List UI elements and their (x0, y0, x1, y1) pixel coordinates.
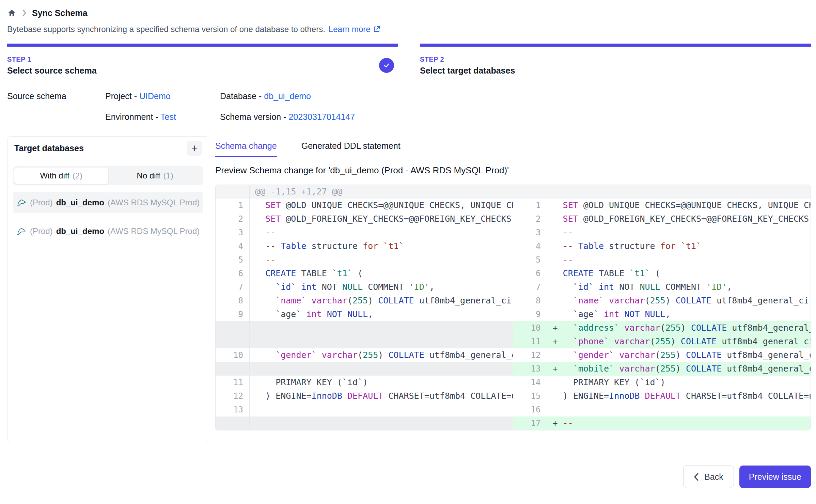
line-number: 8 (513, 294, 547, 308)
source-field-name: Schema version - (220, 112, 288, 122)
context-line-marker (255, 214, 265, 224)
line-number: 11 (216, 376, 250, 389)
source-schema-fields: Project - UIDemoDatabase - db_ui_demoEnv… (105, 91, 355, 122)
step-2: STEP 2 Select target databases (420, 44, 811, 76)
context-line-marker (255, 255, 265, 265)
line-number (216, 416, 250, 430)
line-number (513, 185, 547, 199)
tab-generated-ddl[interactable]: Generated DDL statement (301, 141, 401, 157)
learn-more-label: Learn more (329, 25, 371, 34)
diff-row: 5 -- (216, 253, 513, 267)
schema-diff-viewer: @@ -1,15 +1,27 @@1 SET @OLD_UNIQUE_CHECK… (215, 185, 811, 430)
diff-pane-left: @@ -1,15 +1,27 @@1 SET @OLD_UNIQUE_CHECK… (216, 185, 513, 430)
diff-row (216, 335, 513, 348)
db-environment: (Prod) (30, 226, 53, 236)
filter-tab-with-diff[interactable]: With diff(2) (14, 168, 108, 184)
source-field-schema-version-link[interactable]: 20230317014147 (288, 112, 355, 122)
line-number: 16 (513, 403, 547, 416)
diff-row: 13+ `mobile` varchar(255) COLLATE utf8mb… (513, 362, 811, 376)
context-line-marker (553, 241, 563, 251)
tab-schema-change[interactable]: Schema change (215, 141, 277, 157)
step-1-progress-bar (7, 44, 398, 47)
line-code: -- (250, 226, 513, 239)
context-line-marker (255, 227, 265, 237)
db-environment: (Prod) (30, 198, 53, 207)
preview-issue-label: Preview issue (749, 472, 801, 482)
line-number: 10 (513, 321, 547, 335)
step-2-label: STEP 2 (420, 56, 811, 63)
added-line-marker: + (553, 418, 563, 428)
context-line-marker (255, 296, 265, 305)
added-line-marker: + (553, 364, 563, 374)
line-code: -- (547, 253, 811, 267)
line-code: ) ENGINE=InnoDB DEFAULT CHARSET=utf8mb4 … (547, 389, 811, 403)
diff-row: 9 `age` int NOT NULL, (216, 308, 513, 321)
diff-row: 3 -- (513, 226, 811, 239)
diff-row: 16 (513, 403, 811, 416)
chevron-left-icon (694, 473, 699, 481)
target-database-item[interactable]: (Prod)db_ui_demo(AWS RDS MySQL Prod) (13, 221, 203, 242)
line-number: 3 (216, 226, 250, 239)
home-icon[interactable] (7, 9, 16, 18)
line-code: ) ENGINE=InnoDB DEFAULT CHARSET=utf8mb4 … (250, 389, 513, 403)
diff-row: @@ -1,15 +1,27 @@ (216, 185, 513, 199)
context-line-marker (255, 309, 265, 319)
add-target-database-button[interactable]: + (187, 141, 202, 156)
added-line-marker: + (553, 323, 563, 333)
db-name: db_ui_demo (56, 198, 104, 207)
line-code: -- (547, 226, 811, 239)
diff-row: 5 -- (513, 253, 811, 267)
line-code: `age` int NOT NULL, (250, 308, 513, 321)
context-line-marker (255, 282, 265, 292)
filter-tab-no-diff[interactable]: No diff(1) (108, 168, 202, 184)
source-field-environment-link[interactable]: Test (160, 112, 176, 122)
line-code: -- Table structure for `t1` (547, 239, 811, 253)
line-number (216, 362, 250, 376)
line-number: 5 (513, 253, 547, 267)
line-code: @@ -1,15 +1,27 @@ (250, 185, 513, 199)
diff-row: 14 PRIMARY KEY (`id`) (513, 376, 811, 389)
back-button[interactable]: Back (683, 466, 734, 488)
line-code: PRIMARY KEY (`id`) (250, 376, 513, 389)
context-line-marker (553, 268, 563, 278)
source-field-database-link[interactable]: db_ui_demo (264, 91, 311, 101)
line-number: 13 (513, 362, 547, 376)
line-number: 6 (513, 267, 547, 280)
diff-row (513, 185, 811, 199)
line-code (250, 416, 513, 430)
diff-row: 10 `gender` varchar(255) COLLATE utf8mb4… (216, 348, 513, 362)
source-field-database: Database - db_ui_demo (220, 91, 355, 101)
diff-row: 7 `id` int NOT NULL COMMENT 'ID', (513, 280, 811, 294)
line-code: + `phone` varchar(255) COLLATE utf8mb4_g… (547, 335, 811, 348)
line-number: 5 (216, 253, 250, 267)
context-line-marker (553, 255, 563, 265)
learn-more-link[interactable]: Learn more (329, 25, 381, 34)
diff-row: 8 `name` varchar(255) COLLATE utf8mb4_ge… (513, 294, 811, 308)
source-field-project-link[interactable]: UIDemo (139, 91, 171, 101)
schema-preview-panel: Schema change Generated DDL statement Pr… (215, 136, 811, 442)
diff-row (216, 321, 513, 335)
line-number: 17 (513, 416, 547, 430)
line-code: SET @OLD_UNIQUE_CHECKS=@@UNIQUE_CHECKS, … (547, 199, 811, 212)
filter-tab-count: (2) (73, 171, 82, 180)
context-line-marker (255, 391, 265, 401)
line-code: `id` int NOT NULL COMMENT 'ID', (250, 280, 513, 294)
context-line-marker (553, 405, 563, 414)
line-code (250, 403, 513, 416)
step-1: STEP 1 Select source schema (7, 44, 398, 76)
source-field-environment: Environment - Test (105, 112, 220, 122)
line-code: `name` varchar(255) COLLATE utf8mb4_gene… (250, 294, 513, 308)
line-number (216, 335, 250, 348)
source-schema-label: Source schema (7, 91, 105, 122)
check-icon (383, 62, 390, 69)
line-code: + `address` varchar(255) COLLATE utf8mb4… (547, 321, 811, 335)
context-line-marker (255, 241, 265, 251)
context-line-marker (553, 227, 563, 237)
diff-row: 3 -- (216, 226, 513, 239)
line-number: 7 (513, 280, 547, 294)
target-database-item[interactable]: (Prod)db_ui_demo(AWS RDS MySQL Prod) (13, 192, 203, 213)
preview-issue-button[interactable]: Preview issue (739, 466, 811, 488)
bottom-divider (7, 455, 811, 455)
diff-row: 2 SET @OLD_FOREIGN_KEY_CHECKS=@@FOREIGN_… (513, 212, 811, 226)
line-code: CREATE TABLE `t1` ( (547, 267, 811, 280)
